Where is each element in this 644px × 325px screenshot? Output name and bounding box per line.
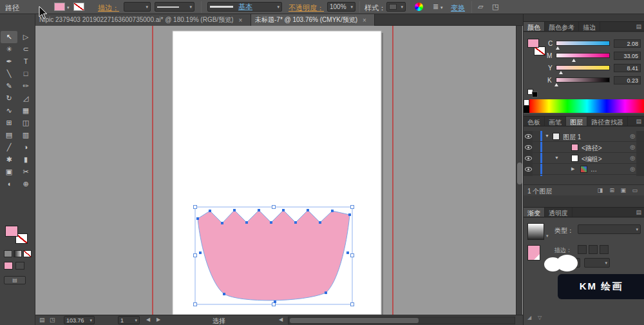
layer-name[interactable]: 图层 1 [563,133,581,142]
layer-name[interactable]: <路径> [582,144,602,153]
tool-rectangle[interactable]: □ [17,68,34,80]
stroke-panel-link[interactable]: 描边： [98,3,119,13]
brush-basic-label[interactable]: 基本 [238,2,252,12]
gradient-aspect-dropdown-icon[interactable]: ▾ [605,261,607,266]
tab-color[interactable]: 颜色 [524,22,545,31]
yellow-slider[interactable] [556,65,610,70]
color-spectrum[interactable] [524,99,644,113]
yellow-value[interactable]: 8.41 [614,64,641,72]
gradient-reverse-icon[interactable]: ▽ [538,315,542,320]
gradient-thumbnail[interactable] [527,223,544,240]
gradient-mode-button[interactable] [14,250,22,257]
draw-normal-swatch[interactable] [4,262,13,270]
stroke-color-swatch[interactable] [73,3,84,11]
tool-direct-selection[interactable]: ▷ [17,31,34,43]
tab-stroke[interactable]: 描边 [579,22,600,31]
vertical-scrollbar[interactable] [516,26,522,315]
target-icon[interactable]: ◎ [630,144,635,150]
tab-gradient[interactable]: 渐变 [524,208,545,217]
stroke-apply-along-button[interactable] [589,245,598,254]
cyan-slider-thumb[interactable] [556,46,560,50]
draw-behind-button[interactable] [15,262,24,270]
magenta-slider[interactable] [556,53,610,58]
tool-shape-builder[interactable]: ⊞ [1,117,17,129]
expand-icon[interactable]: ▼ [545,133,549,138]
fill-indicator-swatch[interactable] [5,226,18,237]
layer-name[interactable]: … [591,166,597,173]
tool-symbol-sprayer[interactable]: ✱ [1,153,17,166]
tool-line-segment[interactable]: ╲ [1,68,17,80]
tab-brushes[interactable]: 画笔 [545,117,566,126]
tool-column-graph[interactable]: ▮ [17,153,34,166]
tool-zoom[interactable]: ⊕ [17,178,34,190]
zoom-field[interactable]: 103.76 ▾ [64,316,95,324]
horizontal-scrollbar-thumb[interactable] [290,318,419,323]
vertical-scrollbar-thumb[interactable] [517,162,522,184]
eye-icon[interactable] [525,145,532,150]
panel-stroke-swatch[interactable] [534,46,545,55]
tool-width[interactable]: ∿ [1,104,17,117]
cyan-value[interactable]: 2.08 [614,39,641,48]
tab-pathfinder[interactable]: 路径查找器 [587,117,628,126]
tool-perspective-grid[interactable]: ◫ [17,117,34,129]
layer-row-1[interactable]: ▼ 图层 1 ◎ [524,131,644,142]
color-mode-button[interactable] [4,250,12,257]
zoom-dropdown-icon[interactable]: ▾ [90,318,92,323]
crown-shape[interactable] [198,210,350,300]
shear-icon[interactable]: ▱ [478,3,483,11]
expand-icon[interactable]: ▼ [554,155,559,160]
tool-free-transform[interactable]: ▦ [17,104,34,117]
artboard-dropdown-icon[interactable]: ▾ [135,318,137,323]
tab-layers[interactable]: 图层 [566,117,587,126]
panel-menu-icon[interactable]: ▤ [633,22,644,31]
prev-artboard-icon[interactable]: ◀ [146,317,150,322]
tool-slice[interactable]: ✂ [17,166,34,178]
tool-blend[interactable]: ◑ [17,141,34,153]
panel-menu-icon[interactable]: ▤ [633,208,644,217]
yellow-slider-thumb[interactable] [559,71,563,74]
panel-menu-icon[interactable]: ▤ [633,117,644,126]
tool-scale[interactable]: ◿ [17,92,34,104]
tab-swatches[interactable]: 色板 [524,117,545,126]
black-value[interactable]: 0.23 [614,76,641,84]
gradient-thumb-dropdown-icon[interactable]: ▾ [546,233,549,239]
gradient-aspect-field[interactable]: ▾ [584,258,610,268]
doc-tab-1[interactable]: Nipic 2379403 20190227163600735000.ai* @… [35,14,251,26]
tool-hand[interactable]: ◖ [1,178,17,190]
delete-layer-icon[interactable]: ▭ [632,187,638,193]
next-artboard-icon[interactable]: ▶ [156,317,160,322]
cyan-slider[interactable] [556,41,610,46]
collapsed-icon[interactable]: ▶ [571,166,574,172]
status-view-icon[interactable]: ▤ [39,317,45,323]
recolor-artwork-icon[interactable] [415,3,423,11]
eye-icon[interactable] [525,167,532,172]
style-dropdown-icon[interactable]: ▾ [399,5,403,10]
magenta-slider-thumb[interactable] [572,59,576,62]
transform-panel-link[interactable]: 变换 [451,3,465,13]
new-sublayer-icon[interactable]: ⊞ [609,187,614,193]
gradient-type-dropdown[interactable]: ▾ [578,224,641,234]
black-slider[interactable] [556,77,610,83]
stroke-apply-within-button[interactable] [578,245,587,254]
opacity-dropdown-icon[interactable]: ▾ [348,5,353,10]
stroke-apply-across-button[interactable] [600,245,609,254]
tool-rotate[interactable]: ↻ [1,92,17,104]
fill-color-swatch[interactable] [54,3,65,11]
tool-magic-wand[interactable]: ✳ [1,43,17,55]
gradient-type-dropdown-icon[interactable]: ▾ [636,227,638,232]
opacity-panel-link[interactable]: 不透明度： [289,3,324,13]
artboard-nav-field[interactable]: 1 ▾ [118,316,140,324]
tool-paintbrush[interactable]: ✎ [1,80,17,92]
tab-color-guide[interactable]: 颜色参考 [545,22,579,31]
layer-row-3[interactable]: ▼ <编组> ◎ [524,153,644,164]
tool-lasso[interactable]: ⊂ [17,43,34,55]
tool-eyedropper[interactable]: ╱ [1,141,17,153]
eye-icon[interactable] [525,156,532,161]
doc-tab-2-active[interactable]: 未标题-7* @ 103.76% (CMYK/预览) × [251,14,375,26]
black-slider-thumb[interactable] [554,83,558,86]
hscroll-left-icon[interactable]: ◀ [279,317,283,322]
tool-mesh[interactable]: ▤ [1,129,17,141]
spectrum-black-swatch[interactable] [524,106,529,113]
screen-mode-button[interactable]: ▤ [4,276,26,284]
align-dropdown-icon[interactable]: ▾ [440,5,443,10]
